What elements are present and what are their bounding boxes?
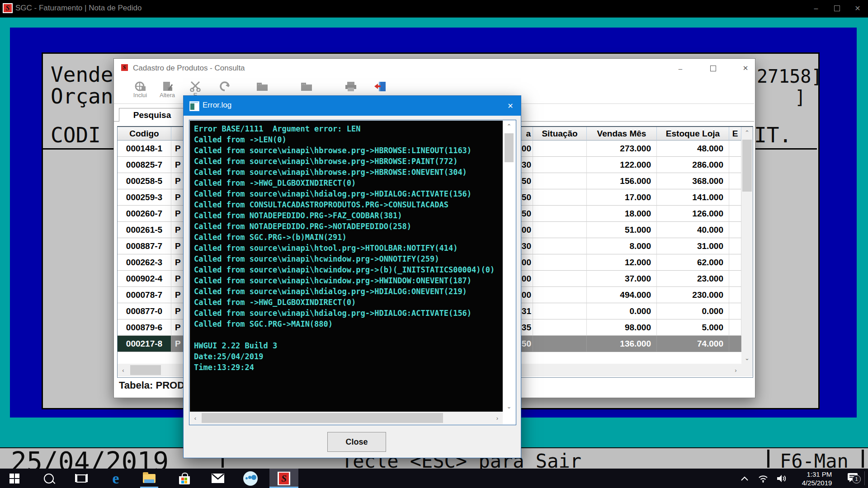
- scroll-up-icon[interactable]: ⌃: [503, 121, 515, 131]
- cell-codigo: 000148-1: [118, 141, 171, 157]
- cell-estoque-loja: 126.000: [657, 206, 729, 222]
- network-button[interactable]: [755, 469, 771, 488]
- minimize-button[interactable]: –: [670, 61, 691, 75]
- close-button[interactable]: ✕: [735, 61, 756, 75]
- scroll-left-icon[interactable]: ‹: [190, 412, 201, 424]
- cell-vendas-mes: 0.000: [587, 303, 657, 319]
- cell-codigo: 000262-3: [118, 254, 171, 271]
- close-button[interactable]: ✕: [500, 96, 521, 116]
- header-estoque-loja[interactable]: Estoque Loja: [657, 127, 729, 141]
- dialog-titlebar[interactable]: Error.log ✕: [184, 96, 521, 116]
- cell-price-fragment: 00: [520, 287, 533, 303]
- cell-estoque-loja: 368.000: [657, 173, 729, 189]
- cell-situacao: [533, 189, 587, 206]
- printer-icon: [344, 81, 357, 92]
- maximize-button[interactable]: [826, 0, 847, 17]
- log-line: Called from source\winapi\htool.prg->HTO…: [194, 243, 503, 253]
- cell-vendas-mes: 156.000: [587, 173, 657, 189]
- table-vertical-scrollbar[interactable]: ⌃ ⌄: [741, 127, 753, 364]
- cell-vendas-mes: 37.000: [587, 271, 657, 287]
- dialog-close-button[interactable]: Close: [327, 432, 386, 452]
- scroll-down-icon[interactable]: ⌄: [741, 352, 753, 364]
- cell-estoque-loja: 62.000: [657, 254, 729, 271]
- log-vertical-scrollbar[interactable]: ⌃ ⌄: [503, 121, 515, 412]
- cell-estoque-loja: 48.000: [657, 141, 729, 157]
- search-icon: [44, 474, 54, 483]
- close-button[interactable]: ✕: [847, 0, 868, 17]
- search-button[interactable]: [38, 469, 60, 488]
- cell-vendas-mes: 494.000: [587, 287, 657, 303]
- edge-button[interactable]: e: [105, 469, 127, 488]
- header-extra[interactable]: E: [729, 127, 741, 141]
- inclui-button[interactable]: Inclui: [127, 80, 153, 103]
- file-explorer-button[interactable]: [138, 469, 160, 488]
- cortana-app-button[interactable]: [240, 469, 261, 488]
- exit-door-icon: [374, 81, 387, 92]
- scrollbar-thumb[interactable]: [505, 133, 514, 162]
- cell-extra: [729, 222, 741, 238]
- legacy-codigo-label: CODI: [51, 123, 101, 147]
- log-line: Called from ->LEN(0): [194, 134, 503, 145]
- sgc-taskbar-button[interactable]: S: [269, 469, 298, 488]
- start-button[interactable]: [4, 469, 25, 488]
- scrollbar-thumb[interactable]: [202, 413, 443, 423]
- scroll-up-icon[interactable]: ⌃: [741, 127, 753, 138]
- cell-extra: [729, 238, 741, 254]
- maximize-icon: [834, 5, 840, 11]
- cell-estoque-loja: 40.000: [657, 222, 729, 238]
- cell-price-fragment: 00: [520, 222, 533, 238]
- log-line: Called from source\winapi\hbrowse.prg->H…: [194, 156, 503, 167]
- header-vendas-mes[interactable]: Vendas Mês: [587, 127, 657, 141]
- mail-button[interactable]: [207, 469, 229, 488]
- header-codigo[interactable]: Codigo: [118, 127, 171, 141]
- scroll-down-icon[interactable]: ⌄: [503, 401, 515, 412]
- altera-button[interactable]: Altera: [155, 80, 180, 103]
- volume-button[interactable]: [773, 469, 790, 488]
- log-horizontal-scrollbar[interactable]: ‹ ›: [190, 412, 503, 424]
- log-line: [194, 329, 503, 340]
- cell-price-fragment: 00: [520, 254, 533, 271]
- minimize-button[interactable]: –: [806, 0, 826, 17]
- scrollbar-thumb[interactable]: [742, 140, 752, 192]
- cell-estoque-loja: 0.000: [657, 303, 729, 319]
- header-price-fragment[interactable]: a: [520, 127, 533, 141]
- scissors-icon: [189, 81, 201, 92]
- new-record-icon: [134, 81, 146, 92]
- cell-codigo: 000217-8: [118, 336, 171, 352]
- clock[interactable]: 1:31 PM 4/25/2019: [792, 469, 842, 488]
- cell-vendas-mes: 51.000: [587, 222, 657, 238]
- scrollbar-thumb[interactable]: [130, 365, 161, 375]
- header-situacao[interactable]: Situação: [533, 127, 587, 141]
- log-line: Called from source\winapi\hbrowse.prg->H…: [194, 145, 503, 156]
- cell-price-fragment: 00: [520, 141, 533, 157]
- action-center-button[interactable]: 1: [844, 469, 862, 488]
- log-line: Called from source\winapi\hcwindow.prg->…: [194, 275, 503, 286]
- store-button[interactable]: [174, 469, 195, 488]
- cell-codigo: 000825-7: [118, 157, 171, 173]
- cell-extra: [729, 303, 741, 319]
- cell-extra: [729, 254, 741, 271]
- cell-price-fragment: 50: [520, 336, 533, 352]
- scroll-right-icon[interactable]: ›: [730, 364, 741, 376]
- maximize-button[interactable]: [702, 61, 724, 75]
- cell-estoque-loja: 286.000: [657, 157, 729, 173]
- scroll-right-icon[interactable]: ›: [492, 412, 503, 424]
- task-view-button[interactable]: [71, 469, 92, 488]
- log-text-area[interactable]: Error BASE/1111 Argument error: LENCalle…: [190, 121, 503, 412]
- show-desktop-button[interactable]: [864, 471, 865, 485]
- cell-estoque-loja: 74.000: [657, 336, 729, 352]
- tab-pesquisa[interactable]: Pesquisa: [119, 108, 185, 122]
- status-separator: [862, 450, 864, 468]
- cell-vendas-mes: 98.000: [587, 319, 657, 336]
- scrollbar-corner: [741, 364, 753, 376]
- notification-icon: 1: [847, 473, 858, 484]
- table-name-label: Tabela: PRODU: [119, 380, 192, 391]
- cell-situacao: [533, 157, 587, 173]
- cell-estoque-loja: 31.000: [657, 238, 729, 254]
- scroll-left-icon[interactable]: ‹: [118, 364, 129, 376]
- cell-situacao: [533, 271, 587, 287]
- cell-codigo: 000078-7: [118, 287, 171, 303]
- tray-expand-button[interactable]: [737, 469, 752, 488]
- log-line: Called from source\winapi\hdialog.prg->H…: [194, 188, 503, 199]
- log-line: Date:25/04/2019: [194, 351, 503, 362]
